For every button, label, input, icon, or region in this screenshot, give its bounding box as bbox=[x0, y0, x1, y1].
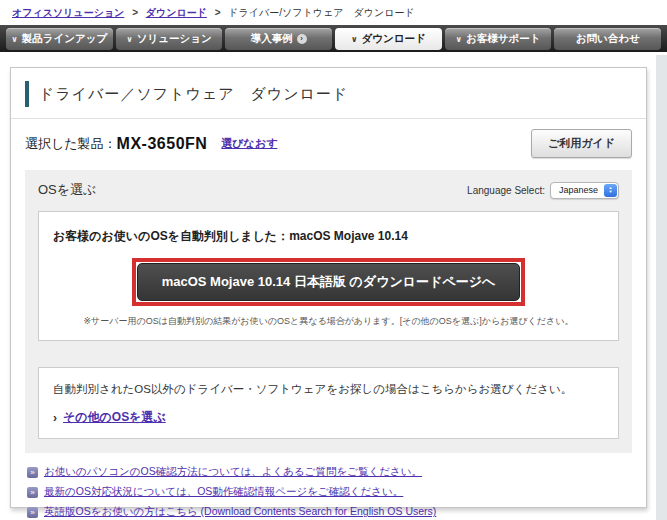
page-edge-strip bbox=[656, 55, 667, 520]
footer-link-row: » 英語版OSをお使いの方はこちら (Download Contents Sea… bbox=[27, 505, 630, 519]
tab-solution[interactable]: ∨ ソリューション bbox=[116, 28, 223, 50]
download-button-highlight-frame: macOS Mojave 10.14 日本語版 のダウンロードページへ bbox=[132, 258, 526, 306]
page-title-row: ドライバー／ソフトウェア ダウンロード bbox=[11, 68, 646, 119]
content-panel: ドライバー／ソフトウェア ダウンロード 選択した製品： MX-3650FN 選び… bbox=[10, 67, 647, 508]
chevron-down-icon: ∨ bbox=[456, 35, 463, 44]
usage-guide-button[interactable]: ご利用ガイド bbox=[531, 129, 632, 158]
breadcrumb-link-download[interactable]: ダウンロード bbox=[146, 7, 207, 18]
select-arrows-icon: ▲ ▼ bbox=[604, 184, 617, 197]
other-os-link[interactable]: その他のOSを選ぶ bbox=[63, 409, 166, 426]
detected-os-message: お客様のお使いのOSを自動判別しました：macOS Mojave 10.14 bbox=[53, 228, 604, 245]
footer-link-row: » 最新のOS対応状況については、OS動作確認情報ページをご確認ください。 bbox=[27, 485, 630, 499]
footer-link-os-check-faq[interactable]: お使いのパソコンのOS確認方法については、よくあるご質問をご覧ください。 bbox=[44, 465, 422, 479]
external-link-icon: › bbox=[297, 34, 307, 44]
breadcrumb-separator: > bbox=[215, 7, 221, 18]
footer-link-row: » お使いのパソコンのOS確認方法については、よくあるご質問をご覧ください。 bbox=[27, 465, 630, 479]
os-download-page-button[interactable]: macOS Mojave 10.14 日本語版 のダウンロードページへ bbox=[137, 263, 521, 301]
main-nav: ∨ 製品ラインアップ ∨ ソリューション 導入事例 › ∨ ダウンロード ∨ お… bbox=[0, 25, 667, 52]
footer-link-os-compatibility[interactable]: 最新のOS対応状況については、OS動作確認情報ページをご確認ください。 bbox=[44, 485, 403, 499]
selected-product-row: 選択した製品： MX-3650FN 選びなおす ご利用ガイド bbox=[11, 119, 646, 168]
tab-label: 導入事例 bbox=[251, 32, 293, 46]
tab-case-studies[interactable]: 導入事例 › bbox=[225, 28, 332, 50]
chevron-down-icon: ∨ bbox=[351, 35, 358, 44]
breadcrumb-separator: > bbox=[132, 7, 138, 18]
footer-link-english-os[interactable]: 英語版OSをお使いの方はこちら (Download Contents Searc… bbox=[44, 505, 436, 519]
chevron-down-icon: ∨ bbox=[126, 35, 133, 44]
tab-label: 製品ラインアップ bbox=[22, 32, 107, 46]
os-select-section: OSを選ぶ Language Select: Japanese ▲ ▼ お客様の… bbox=[25, 170, 632, 453]
language-select[interactable]: Japanese ▲ ▼ bbox=[550, 182, 619, 199]
os-section-title: OSを選ぶ bbox=[38, 181, 96, 199]
other-os-box: 自動判別されたOS以外のドライバー・ソフトウェアをお探しの場合はこちらからお選び… bbox=[38, 367, 619, 439]
breadcrumb: オフィスソリューション > ダウンロード > ドライバー/ソフトウェア ダウンロ… bbox=[0, 0, 667, 25]
reselect-product-link[interactable]: 選びなおす bbox=[221, 136, 277, 151]
selected-product-label: 選択した製品： bbox=[25, 135, 117, 153]
tab-download[interactable]: ∨ ダウンロード bbox=[335, 28, 442, 50]
page-title: ドライバー／ソフトウェア ダウンロード bbox=[39, 85, 348, 104]
breadcrumb-link-office-solution[interactable]: オフィスソリューション bbox=[12, 7, 124, 18]
other-os-message: 自動判別されたOS以外のドライバー・ソフトウェアをお探しの場合はこちらからお選び… bbox=[53, 382, 604, 397]
select-down-arrow: ▼ bbox=[609, 190, 613, 194]
language-select-group: Language Select: Japanese ▲ ▼ bbox=[467, 182, 619, 199]
help-links-area: » お使いのパソコンのOS確認方法については、よくあるご質問をご覧ください。 »… bbox=[11, 463, 646, 520]
arrow-right-icon: › bbox=[53, 411, 57, 425]
tab-product-lineup[interactable]: ∨ 製品ラインアップ bbox=[6, 28, 113, 50]
detected-os-box: お客様のお使いのOSを自動判別しました：macOS Mojave 10.14 m… bbox=[38, 211, 619, 341]
title-accent-bar bbox=[25, 81, 29, 107]
link-arrow-icon: » bbox=[27, 487, 38, 498]
tab-label: お客様サポート bbox=[466, 32, 540, 46]
tab-label: ソリューション bbox=[137, 32, 212, 46]
tab-contact[interactable]: お問い合わせ bbox=[554, 28, 661, 50]
link-arrow-icon: » bbox=[27, 507, 38, 518]
tab-customer-support[interactable]: ∨ お客様サポート bbox=[445, 28, 552, 50]
other-os-link-row: › その他のOSを選ぶ bbox=[53, 409, 604, 426]
link-arrow-icon: » bbox=[27, 467, 38, 478]
breadcrumb-current: ドライバー/ソフトウェア ダウンロード bbox=[228, 7, 414, 18]
os-section-header: OSを選ぶ Language Select: Japanese ▲ ▼ bbox=[38, 181, 619, 199]
language-select-value: Japanese bbox=[559, 185, 598, 195]
selected-product-name: MX-3650FN bbox=[117, 135, 208, 153]
tab-label: お問い合わせ bbox=[576, 32, 640, 46]
language-select-label: Language Select: bbox=[467, 185, 545, 196]
tab-label: ダウンロード bbox=[361, 32, 425, 46]
server-os-note: ※サーバー用のOSは自動判別の結果がお使いのOSと異なる場合があります。[その他… bbox=[53, 315, 604, 328]
chevron-down-icon: ∨ bbox=[11, 35, 18, 44]
